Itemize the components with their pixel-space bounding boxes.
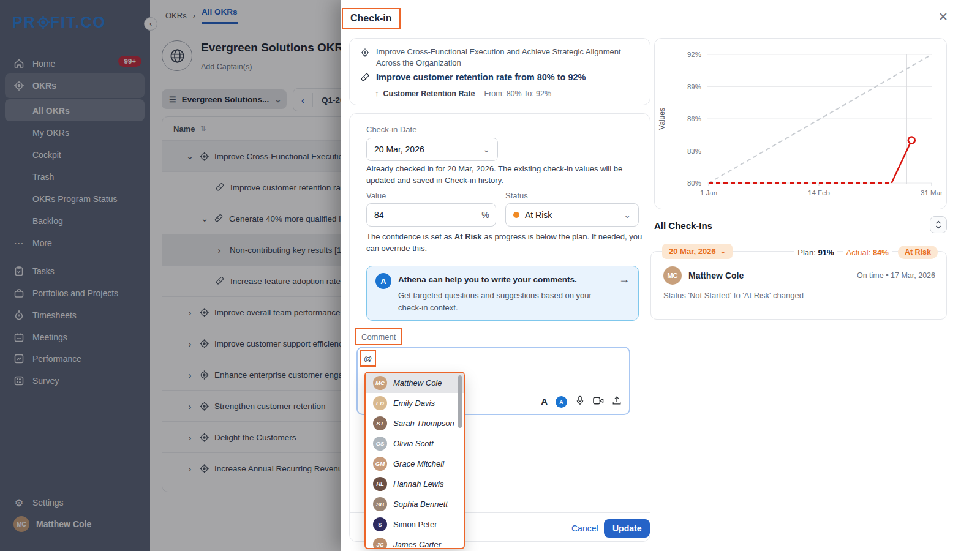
author-avatar: MC xyxy=(663,266,682,285)
format-text-icon[interactable]: A xyxy=(541,397,548,408)
mention-name: Matthew Cole xyxy=(393,378,442,388)
scrollbar-thumb[interactable] xyxy=(458,375,462,428)
user-avatar: SB xyxy=(373,497,387,511)
svg-text:31 Mar: 31 Mar xyxy=(921,189,943,197)
sort-checkins-button[interactable] xyxy=(930,216,947,233)
mention-item[interactable]: S Simon Peter xyxy=(366,514,464,534)
user-avatar: S xyxy=(373,517,387,531)
mention-name: Grace Mitchell xyxy=(393,459,444,468)
status-value: At Risk xyxy=(525,210,552,220)
mention-name: Sophia Bennett xyxy=(393,500,448,509)
checkin-meta: On time • 17 Mar, 2026 xyxy=(857,271,935,280)
mention-name: Olivia Scott xyxy=(393,439,434,448)
mention-item[interactable]: SB Sophia Bennett xyxy=(366,494,464,514)
chevron-down-icon: ⌄ xyxy=(483,144,490,154)
comment-label: Comment xyxy=(355,328,402,345)
divider xyxy=(480,89,480,98)
mention-name: Sarah Thompson xyxy=(393,419,454,428)
unit-suffix: % xyxy=(475,203,496,227)
svg-text:1 Jan: 1 Jan xyxy=(700,189,717,197)
checkin-chart: 80%83%86%89%92%1 Jan14 Feb31 MarValues xyxy=(655,39,946,209)
mention-item[interactable]: MC Matthew Cole xyxy=(366,373,464,393)
user-avatar: MC xyxy=(373,376,387,390)
svg-text:80%: 80% xyxy=(687,179,701,187)
checkin-date-pill[interactable]: 20 Mar, 2026 ⌄ xyxy=(662,244,733,259)
athena-subtext: Get targeted questions and suggestions b… xyxy=(398,290,612,313)
mention-item[interactable]: JC James Carter xyxy=(366,534,464,549)
value-input[interactable]: 84 % xyxy=(366,203,496,227)
upload-icon[interactable] xyxy=(612,395,622,408)
key-result-icon xyxy=(360,73,370,85)
user-avatar: ED xyxy=(373,396,387,410)
metric-name: Customer Retention Rate xyxy=(383,89,475,98)
mention-trigger: @ xyxy=(360,350,376,367)
actual-value: Actual: 84% xyxy=(843,248,892,257)
user-avatar: GM xyxy=(373,457,387,471)
chevron-down-icon: ⌄ xyxy=(624,210,631,220)
sort-icon xyxy=(935,220,942,229)
cancel-button[interactable]: Cancel xyxy=(571,523,598,533)
confidence-pre: The confidence is set as xyxy=(366,232,454,241)
mention-item[interactable]: ED Emily Davis xyxy=(366,393,464,413)
status-dot-icon xyxy=(513,212,519,218)
arrow-right-icon[interactable]: → xyxy=(619,273,630,286)
svg-text:14 Feb: 14 Feb xyxy=(808,189,830,197)
svg-text:92%: 92% xyxy=(687,51,701,58)
objective-icon xyxy=(360,48,370,60)
metric-range: From: 80% To: 92% xyxy=(484,89,552,98)
checkin-date-text: 20 Mar, 2026 xyxy=(669,247,716,256)
comment-text: @ xyxy=(364,354,372,363)
checkin-date-label: Check-in Date xyxy=(366,125,417,134)
status-select[interactable]: At Risk ⌄ xyxy=(505,203,639,227)
update-button[interactable]: Update xyxy=(604,519,650,538)
athena-title: Athena can help you to write your commen… xyxy=(398,275,577,284)
all-checkins-heading: All Check-Ins xyxy=(654,220,712,231)
progress-chart-card: 80%83%86%89%92%1 Jan14 Feb31 MarValues xyxy=(654,38,947,209)
chevron-down-icon: ⌄ xyxy=(720,247,726,255)
user-avatar: HL xyxy=(373,477,387,491)
athena-banner[interactable]: A Athena can help you to write your comm… xyxy=(366,266,639,321)
mention-name: Hannah Lewis xyxy=(393,479,443,489)
actual-number: 84% xyxy=(873,248,889,257)
plan-number: 91% xyxy=(818,248,834,257)
checkin-date-note: Already checked in for 20 Mar, 2026. The… xyxy=(366,163,643,187)
confidence-note: The confidence is set as At Risk as prog… xyxy=(366,231,643,255)
user-avatar: JC xyxy=(373,538,387,549)
svg-text:83%: 83% xyxy=(687,148,701,155)
app-window: PR FIT.CO Home 99+ OKRs All OKRs My OKRs… xyxy=(0,0,980,551)
mention-dropdown: MC Matthew Cole ED Emily Davis ST Sarah … xyxy=(364,372,465,549)
athena-comment-icon[interactable]: A xyxy=(556,396,567,408)
athena-avatar: A xyxy=(375,273,391,289)
comment-label-text: Comment xyxy=(361,332,396,342)
svg-text:86%: 86% xyxy=(687,115,701,122)
checkin-modal: Check-in ✕ Improve Cross-Functional Exec… xyxy=(341,0,980,551)
close-icon[interactable]: ✕ xyxy=(938,10,948,24)
status-label: Status xyxy=(505,191,528,200)
confidence-bold: At Risk xyxy=(454,232,482,241)
mention-name: James Carter xyxy=(393,540,441,549)
kr-info-card: Improve Cross-Functional Execution and A… xyxy=(349,38,650,105)
checkin-date-value: 20 Mar, 2026 xyxy=(374,144,424,154)
mention-name: Simon Peter xyxy=(393,520,437,529)
checkin-date-select[interactable]: 20 Mar, 2026 ⌄ xyxy=(366,138,498,161)
mention-item[interactable]: OS Olivia Scott xyxy=(366,433,464,454)
user-avatar: OS xyxy=(373,437,387,451)
mention-item[interactable]: GM Grace Mitchell xyxy=(366,454,464,474)
author-name: Matthew Cole xyxy=(688,271,744,280)
checkin-note: Status 'Not Started' to 'At Risk' change… xyxy=(663,291,804,300)
mic-icon[interactable] xyxy=(575,395,585,408)
key-result-title: Improve customer retention rate from 80%… xyxy=(376,72,586,82)
status-badge: At Risk xyxy=(898,246,938,259)
checkin-history-card: 20 Mar, 2026 ⌄ Plan: 91% Actual: 84% At … xyxy=(650,251,947,320)
mention-name: Emily Davis xyxy=(393,399,435,408)
modal-title: Check-in xyxy=(342,8,401,29)
mention-item[interactable]: HL Hannah Lewis xyxy=(366,474,464,494)
user-avatar: ST xyxy=(373,416,387,430)
video-icon[interactable] xyxy=(593,396,604,408)
increase-icon: ↑ xyxy=(375,89,379,98)
plan-label: Plan: xyxy=(797,248,816,257)
mention-item[interactable]: ST Sarah Thompson xyxy=(366,413,464,433)
actual-label: Actual: xyxy=(846,248,871,257)
plan-value: Plan: 91% xyxy=(794,248,837,257)
svg-text:89%: 89% xyxy=(687,83,701,91)
